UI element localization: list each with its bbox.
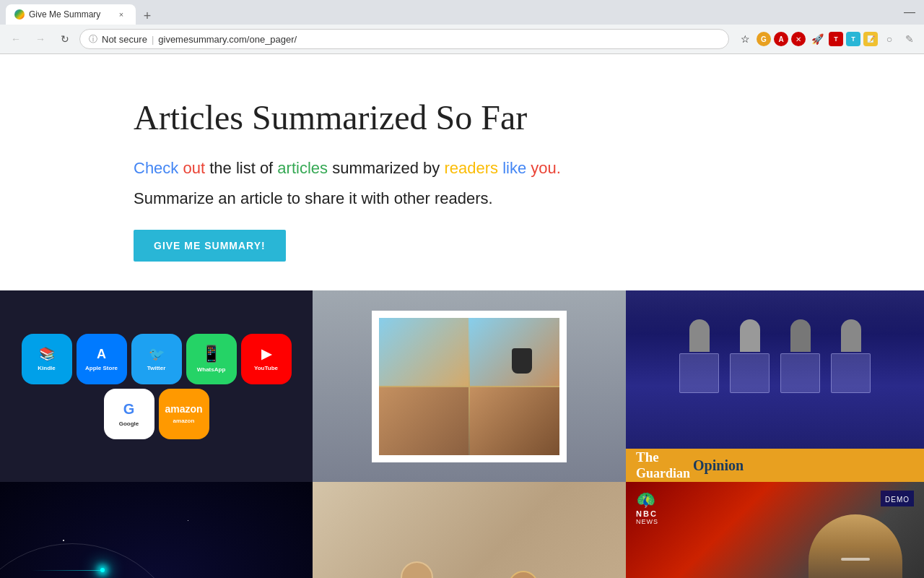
debate-image: TheGuardian Opinion	[626, 290, 924, 482]
window-frame	[372, 311, 567, 462]
image-grid: 📚 Kindle A Apple Store 🐦 Twitter 📱 Whats…	[0, 290, 924, 578]
demo-banner: DEMO	[881, 491, 914, 506]
nbc-logo: 🦚 NBC NEWS	[636, 491, 658, 525]
google-label: Google	[119, 420, 139, 427]
podiums-row	[626, 290, 924, 429]
whatsapp-label: WhatsApp	[197, 366, 226, 373]
podium-2	[728, 319, 772, 393]
give-summary-button[interactable]: GIVE ME SUMMARY!	[134, 230, 286, 262]
twitter-label: Twitter	[147, 365, 166, 371]
url-security-label: Not secure	[102, 34, 147, 45]
ext-icon-4[interactable]: 🚀	[808, 30, 826, 48]
window-image	[313, 290, 626, 482]
ext-icon-8[interactable]: ○	[881, 30, 898, 48]
subtitle1-like: like	[502, 159, 531, 177]
subtitle1-the: the list of	[209, 159, 277, 177]
subtitle1-readers: readers	[444, 159, 502, 177]
tab-favicon	[14, 9, 25, 20]
window-controls: —	[901, 6, 918, 19]
wall-lamp	[512, 348, 532, 374]
title-bar: Give Me Summary × + —	[0, 0, 924, 25]
kindle-label: Kindle	[38, 365, 55, 371]
space-arc	[0, 543, 188, 578]
toolbar-icons: ☆ G A ✕ 🚀 T T 📝 ○ ✎	[736, 30, 918, 48]
active-tab[interactable]: Give Me Summary ×	[6, 4, 136, 25]
apps-image: 📚 Kindle A Apple Store 🐦 Twitter 📱 Whats…	[0, 290, 313, 482]
subtitle1: Check out the list of articles summarize…	[134, 159, 790, 178]
whatsapp-icon: 📱 WhatsApp	[186, 334, 237, 384]
tab-area: Give Me Summary × +	[6, 0, 156, 25]
demo-text: DEMO	[885, 496, 910, 504]
back-button[interactable]: ←	[6, 29, 26, 49]
space-star	[100, 568, 105, 572]
window-glass	[379, 318, 559, 455]
apple-store-icon: A Apple Store	[77, 334, 127, 384]
page-title: Articles Summarized So Far	[134, 98, 790, 137]
page-content: Articles Summarized So Far Check out the…	[0, 54, 924, 578]
figure-silhouette	[808, 514, 902, 578]
ext-icon-6[interactable]: T	[846, 32, 860, 46]
amazon-label: amazon	[173, 418, 195, 424]
tab-close-button[interactable]: ×	[116, 9, 127, 20]
address-bar-row: ← → ↻ ⓘ Not secure | givemesummary.com/o…	[0, 25, 924, 53]
person-3	[497, 571, 551, 578]
guardian-text: TheGuardian	[636, 449, 690, 481]
apple-store-label: Apple Store	[85, 365, 118, 371]
subtitle2: Summarize an article to share it with ot…	[134, 189, 790, 208]
browser-chrome: Give Me Summary × + — ← → ↻ ⓘ Not secure…	[0, 0, 924, 54]
amazon-icon: amazon amazon	[159, 389, 209, 439]
podium-3	[779, 319, 822, 393]
new-tab-button[interactable]: +	[139, 7, 156, 25]
google-icon: G Google	[104, 389, 154, 439]
address-bar[interactable]: ⓘ Not secure | givemesummary.com/one_pag…	[79, 29, 729, 49]
ext-icon-5[interactable]: T	[829, 32, 843, 46]
guardian-opinion-text: Opinion	[693, 457, 744, 474]
twitter-icon: 🐦 Twitter	[131, 334, 182, 384]
tab-title: Give Me Summary	[29, 9, 111, 20]
youtube-icon: ▶ YouTube	[241, 334, 292, 384]
ext-icon-3[interactable]: ✕	[791, 32, 806, 46]
person-1	[388, 561, 446, 578]
ext-icon-1[interactable]: G	[757, 32, 771, 46]
subtitle1-summarized: summarized by	[332, 159, 444, 177]
ext-icon-2[interactable]: A	[774, 32, 788, 46]
hero-section: Articles Summarized So Far Check out the…	[0, 54, 924, 290]
url-separator: |	[152, 34, 154, 45]
comet-trail	[31, 570, 100, 571]
subtitle1-you: you.	[531, 159, 561, 177]
guardian-banner: TheGuardian Opinion	[626, 449, 924, 482]
subtitle1-check: Check	[134, 159, 183, 177]
ext-icon-7[interactable]: 📝	[863, 32, 878, 46]
space-image	[0, 482, 313, 578]
peacock-icon: 🦚	[636, 491, 658, 509]
subtitle1-out: out	[183, 159, 209, 177]
people-image	[313, 482, 626, 578]
news-text: NEWS	[636, 518, 658, 525]
ext-icon-9[interactable]: ✎	[901, 30, 918, 48]
podium-4	[829, 319, 873, 393]
kindle-icon: 📚 Kindle	[22, 334, 72, 384]
url-display: givemesummary.com/one_pager/	[158, 34, 297, 45]
nbc-text: NBC	[636, 509, 658, 518]
nbc-image: 🦚 NBC NEWS 🦚 NBC NEWS DEMO	[626, 482, 924, 578]
security-icon: ⓘ	[89, 33, 97, 46]
podium-1	[678, 319, 721, 393]
subtitle1-articles: articles	[277, 159, 332, 177]
minimize-button[interactable]: —	[901, 6, 918, 19]
necklace	[841, 558, 870, 561]
youtube-label: YouTube	[254, 365, 278, 371]
forward-button[interactable]: →	[30, 29, 51, 49]
bookmark-star-icon[interactable]: ☆	[736, 30, 754, 48]
reload-button[interactable]: ↻	[55, 29, 75, 49]
